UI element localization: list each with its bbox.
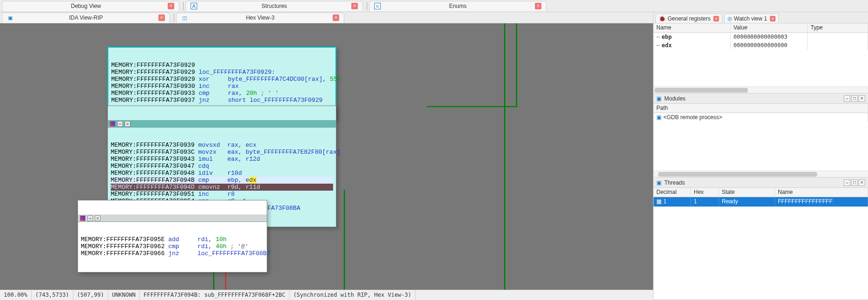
watch-icon: ◎	[727, 15, 732, 22]
status-zoom[interactable]: 100.00%	[0, 290, 32, 300]
register-value: 0000000000000003	[731, 33, 808, 41]
register-name: ebp	[662, 34, 672, 40]
threads-panel: ▣ Threads – □ × Decimal Hex State Name ▦…	[654, 178, 868, 300]
minimize-button[interactable]: –	[844, 179, 850, 186]
col-hex[interactable]: Hex	[691, 188, 719, 197]
block-color-icon	[80, 215, 85, 221]
tab-label: Debug View	[7, 3, 165, 9]
close-icon[interactable]: ×	[770, 16, 776, 21]
tab-debug-view[interactable]: Debug View ×	[2, 1, 179, 11]
thread-name: FFFFFFFFFFFFFFFF	[775, 197, 868, 207]
tab-structures[interactable]: A Structures ×	[185, 1, 363, 11]
block-header: ▭ ≡	[78, 214, 267, 222]
tab-label: Watch view 1	[734, 15, 767, 22]
tab-separator	[174, 14, 174, 22]
module-path: <GDB remote process>	[663, 114, 722, 121]
register-value: 0000000000000000	[731, 41, 808, 50]
close-button[interactable]: ×	[859, 95, 865, 102]
tab-separator	[367, 2, 367, 10]
tab-general-registers[interactable]: 🐞 General registers ×	[655, 14, 722, 23]
modules-icon: ▣	[656, 95, 662, 102]
register-type	[808, 41, 868, 50]
enums-icon: ≡	[374, 3, 381, 9]
tab-label: IDA View-RIP	[16, 14, 156, 21]
block-group-icon: ▭	[87, 215, 93, 221]
col-name[interactable]: Name	[775, 188, 868, 197]
block-list-icon: ≡	[95, 215, 100, 221]
register-row[interactable]: ⋯edx 0000000000000000	[654, 41, 868, 50]
threads-icon: ▣	[656, 179, 662, 186]
disassembly-graph[interactable]: MEMORY:FFFFFFFFA73F0929 MEMORY:FFFFFFFFA…	[0, 23, 653, 290]
thread-row[interactable]: ▦1 1 Ready FFFFFFFFFFFFFFFF	[654, 197, 868, 207]
status-coord-rel: (507,99)	[73, 290, 108, 300]
block-color-icon	[110, 121, 115, 127]
right-sub-tab-bar: 🐞 General registers × ◎ Watch view 1 ×	[654, 12, 868, 23]
modules-title-bar: ▣ Modules – □ ×	[654, 93, 868, 104]
register-type	[808, 33, 868, 41]
registers-panel: Name Value Type ⋯ebp 0000000000000003 ⋯e…	[654, 23, 868, 93]
registers-body[interactable]: ⋯ebp 0000000000000003 ⋯edx 0000000000000…	[654, 33, 868, 86]
close-button[interactable]: ×	[859, 179, 865, 186]
ida-view-icon: ▣	[7, 14, 14, 21]
block-group-icon: ▭	[117, 121, 123, 127]
thread-decimal: 1	[663, 198, 667, 205]
col-type[interactable]: Type	[808, 23, 868, 32]
col-path[interactable]: Path	[654, 104, 868, 113]
block-body: MEMORY:FFFFFFFFA73F0929 MEMORY:FFFFFFFFA…	[108, 62, 335, 105]
thread-hex: 1	[691, 197, 719, 207]
close-icon[interactable]: ×	[351, 3, 358, 9]
tree-glyph-icon: ⋯	[656, 42, 660, 49]
modules-header: Path	[654, 104, 868, 113]
tab-hex-view-3[interactable]: ◫ Hex View-3 ×	[176, 13, 344, 23]
threads-body[interactable]: ▦1 1 Ready FFFFFFFFFFFFFFFF	[654, 197, 868, 300]
tab-label: Enums	[384, 3, 532, 9]
col-value[interactable]: Value	[731, 23, 808, 32]
hscrollbar[interactable]	[654, 86, 868, 93]
close-icon[interactable]: ×	[168, 3, 174, 9]
module-icon: ▣	[656, 114, 662, 121]
close-icon[interactable]: ×	[713, 16, 719, 21]
tab-label: Hex View-3	[191, 14, 330, 21]
tab-ida-view-rip[interactable]: ▣ IDA View-RIP ×	[2, 13, 170, 23]
status-segment: UNKNOWN	[108, 290, 140, 300]
tab-enums[interactable]: ≡ Enums ×	[369, 1, 547, 11]
threads-header: Decimal Hex State Name	[654, 188, 868, 197]
panel-title: Modules	[664, 95, 844, 102]
col-name[interactable]: Name	[654, 23, 731, 32]
tab-watch-view-1[interactable]: ◎ Watch view 1 ×	[724, 14, 779, 23]
bug-icon: 🐞	[659, 15, 666, 22]
modules-body[interactable]: ▣ <GDB remote process>	[654, 113, 868, 171]
register-row[interactable]: ⋯ebp 0000000000000003	[654, 33, 868, 41]
panel-title: Threads	[664, 179, 844, 186]
block-body: MEMORY:FFFFFFFFA73F095E add rdi, 10hMEMO…	[78, 236, 267, 258]
register-name: edx	[662, 42, 672, 49]
status-coord-abs: (743,5733)	[32, 290, 73, 300]
modules-panel: ▣ Modules – □ × Path ▣ <GDB remote proce…	[654, 93, 868, 178]
status-bar: 100.00% (743,5733) (507,99) UNKNOWN FFFF…	[0, 290, 653, 300]
block-header: ▭ ≡	[108, 120, 336, 128]
col-state[interactable]: State	[719, 188, 775, 197]
tree-glyph-icon: ⋯	[656, 34, 660, 40]
hex-view-icon: ◫	[181, 14, 188, 21]
tab-label: General registers	[668, 15, 711, 22]
module-row[interactable]: ▣ <GDB remote process>	[654, 113, 868, 121]
left-sub-tab-bar: ▣ IDA View-RIP × ◫ Hex View-3 ×	[0, 12, 653, 23]
hscrollbar[interactable]	[654, 171, 868, 177]
right-pane: 🐞 General registers × ◎ Watch view 1 × N…	[653, 12, 868, 300]
maximize-button[interactable]: □	[851, 95, 858, 102]
thread-state: Ready	[719, 197, 775, 207]
tab-separator	[183, 2, 184, 10]
close-icon[interactable]: ×	[158, 14, 165, 21]
structures-icon: A	[191, 3, 197, 9]
registers-header: Name Value Type	[654, 23, 868, 33]
thread-icon: ▦	[656, 198, 662, 205]
col-decimal[interactable]: Decimal	[654, 188, 691, 197]
maximize-button[interactable]: □	[851, 179, 858, 186]
close-icon[interactable]: ×	[535, 3, 541, 9]
tab-label: Structures	[200, 3, 349, 9]
basic-block-3[interactable]: ▭ ≡ MEMORY:FFFFFFFFA73F095E add rdi, 10h…	[78, 200, 267, 272]
close-icon[interactable]: ×	[333, 14, 339, 21]
block-list-icon: ≡	[125, 121, 130, 127]
minimize-button[interactable]: –	[844, 95, 850, 102]
status-sync: (Synchronized with RIP, Hex View-3)	[290, 290, 416, 300]
